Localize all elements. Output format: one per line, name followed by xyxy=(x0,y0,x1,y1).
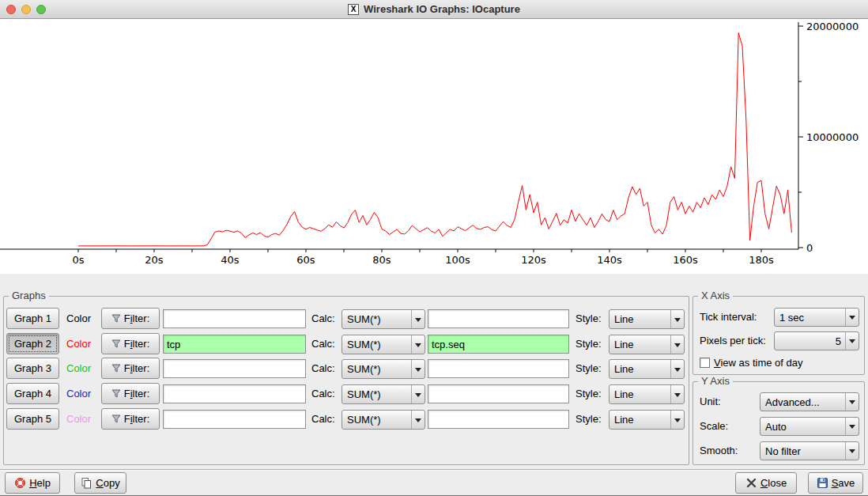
svg-text:40s: 40s xyxy=(221,254,240,266)
titlebar[interactable]: X Wireshark IO Graphs: IOcapture xyxy=(0,0,868,19)
graph-select-button[interactable]: Graph 4 xyxy=(6,383,59,404)
filter-icon xyxy=(111,415,121,424)
field-input[interactable] xyxy=(428,410,569,429)
filter-button[interactable]: Filter: xyxy=(101,308,160,329)
chevron-down-icon xyxy=(411,411,425,429)
svg-text:60s: 60s xyxy=(296,254,315,266)
zoom-window-button[interactable] xyxy=(36,5,46,14)
chevron-down-icon xyxy=(845,418,859,435)
filter-button[interactable]: Filter: xyxy=(101,333,160,354)
close-icon xyxy=(745,477,757,489)
graph-select-button[interactable]: Graph 5 xyxy=(6,408,59,430)
scale-select[interactable]: Auto xyxy=(760,417,859,436)
field-input[interactable] xyxy=(428,359,569,378)
view-as-time-label: View as time of day xyxy=(714,356,802,369)
chevron-down-icon xyxy=(670,385,684,403)
svg-text:20000000: 20000000 xyxy=(806,21,859,32)
copy-icon xyxy=(81,477,92,489)
filter-input[interactable] xyxy=(163,335,306,354)
filter-input[interactable] xyxy=(163,359,306,378)
style-label: Style: xyxy=(576,308,602,329)
calc-select[interactable]: SUM(*) xyxy=(342,359,425,379)
smooth-select[interactable]: No filter xyxy=(760,441,859,460)
field-input[interactable] xyxy=(428,335,569,354)
svg-text:100s: 100s xyxy=(445,254,470,266)
graph-row: Graph 3 Color Filter: Calc: SUM(*) Style… xyxy=(0,358,689,380)
svg-text:140s: 140s xyxy=(597,254,622,266)
chevron-down-icon xyxy=(411,360,425,378)
calc-select[interactable]: SUM(*) xyxy=(342,410,425,430)
y-axis-frame-legend: Y Axis xyxy=(698,375,733,387)
chevron-down-icon xyxy=(845,309,859,326)
style-select[interactable]: Line xyxy=(609,359,685,379)
close-button[interactable]: Close xyxy=(735,472,797,494)
minimize-window-button[interactable] xyxy=(21,5,31,14)
style-select[interactable]: Line xyxy=(609,384,685,404)
filter-icon xyxy=(111,339,121,349)
filter-button[interactable]: Filter: xyxy=(101,408,160,430)
save-button[interactable]: Save xyxy=(808,472,863,494)
filter-icon xyxy=(111,314,121,324)
graph-select-button[interactable]: Graph 3 xyxy=(6,358,59,379)
wireshark-io-graphs-window: X Wireshark IO Graphs: IOcapture 0100000… xyxy=(0,0,868,496)
calc-select[interactable]: SUM(*) xyxy=(342,384,425,404)
graph-row: Graph 1 Color Filter: Calc: SUM(*) Style… xyxy=(0,308,689,330)
field-input[interactable] xyxy=(428,384,569,403)
filter-input[interactable] xyxy=(163,410,306,429)
unit-select[interactable]: Advanced... xyxy=(760,392,859,411)
close-window-button[interactable] xyxy=(6,5,16,14)
svg-text:180s: 180s xyxy=(749,254,774,266)
svg-text:0: 0 xyxy=(806,242,813,254)
calc-label: Calc: xyxy=(311,358,335,379)
filter-icon xyxy=(111,364,121,373)
x-axis-frame-legend: X Axis xyxy=(698,290,733,301)
filter-button[interactable]: Filter: xyxy=(101,383,160,404)
color-label: Color xyxy=(66,383,100,404)
style-select[interactable]: Line xyxy=(609,309,685,329)
smooth-label: Smooth: xyxy=(700,441,738,460)
calc-label: Calc: xyxy=(311,408,335,430)
chevron-down-icon xyxy=(670,335,684,354)
controls-panel: Graphs Graph 1 Color Filter: Calc: SUM(*… xyxy=(0,274,868,469)
chevron-down-icon xyxy=(845,393,859,411)
filter-button[interactable]: Filter: xyxy=(101,358,160,379)
chevron-down-icon xyxy=(670,360,684,378)
svg-text:120s: 120s xyxy=(521,254,546,266)
color-label: Color xyxy=(66,358,100,379)
io-graph-chart[interactable]: 010000000200000000s20s40s60s80s100s120s1… xyxy=(0,19,868,274)
filter-input[interactable] xyxy=(163,384,306,403)
color-label: Color xyxy=(66,308,100,329)
help-button[interactable]: Help xyxy=(5,472,60,494)
tick-interval-label: Tick interval: xyxy=(700,308,757,327)
style-label: Style: xyxy=(576,333,602,354)
footer-bar: Help Copy Close Save xyxy=(0,469,868,496)
field-input[interactable] xyxy=(428,309,569,328)
view-as-time-checkbox[interactable] xyxy=(700,358,710,368)
color-label: Color xyxy=(66,408,100,430)
pixels-per-tick-select[interactable]: 5 xyxy=(774,331,859,350)
tick-interval-select[interactable]: 1 sec xyxy=(774,308,859,327)
copy-button[interactable]: Copy xyxy=(74,472,126,494)
graph-row: Graph 2 Color Filter: Calc: SUM(*) Style… xyxy=(0,333,689,355)
pixels-per-tick-label: Pixels per tick: xyxy=(700,331,766,350)
chevron-down-icon xyxy=(411,385,425,403)
graph-select-button[interactable]: Graph 1 xyxy=(6,308,59,329)
unit-label: Unit: xyxy=(700,392,721,411)
style-select[interactable]: Line xyxy=(609,410,685,430)
chevron-down-icon xyxy=(670,310,684,328)
x-axis-frame: X Axis Tick interval: 1 sec Pixels per t… xyxy=(693,296,865,375)
chevron-down-icon xyxy=(411,310,425,328)
title-group: X Wireshark IO Graphs: IOcapture xyxy=(348,3,520,15)
graph-select-button[interactable]: Graph 2 xyxy=(6,333,59,354)
scale-label: Scale: xyxy=(700,417,728,436)
style-select[interactable]: Line xyxy=(609,335,685,354)
calc-select[interactable]: SUM(*) xyxy=(342,309,425,329)
chevron-down-icon xyxy=(845,442,859,460)
filter-icon xyxy=(111,389,121,399)
svg-text:20s: 20s xyxy=(145,254,164,266)
style-label: Style: xyxy=(576,383,602,404)
calc-select[interactable]: SUM(*) xyxy=(342,335,425,354)
filter-input[interactable] xyxy=(163,309,306,328)
graph-row: Graph 4 Color Filter: Calc: SUM(*) Style… xyxy=(0,383,689,405)
io-graph-plot-area[interactable]: 010000000200000000s20s40s60s80s100s120s1… xyxy=(0,19,868,274)
